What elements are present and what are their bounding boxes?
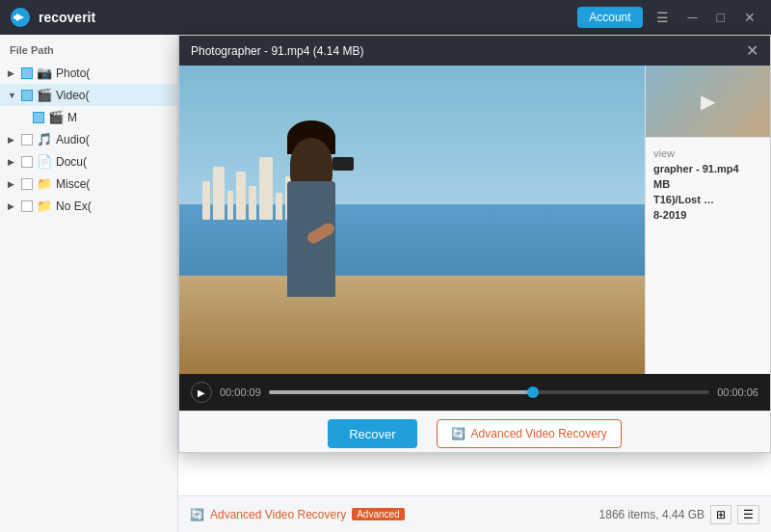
sidebar-label-audio: Audio( — [56, 133, 170, 146]
maximize-button[interactable]: □ — [711, 8, 731, 27]
checkbox-photos[interactable] — [21, 67, 33, 79]
sidebar: File Path ▶ 📷 Photo( ▼ 🎬 Video( 🎬 M ▶ 🎵 … — [0, 35, 178, 532]
scene-ground — [179, 276, 645, 374]
list-view-button[interactable]: ☰ — [737, 505, 759, 524]
advanced-video-label: Advanced Video Recovery — [210, 508, 346, 521]
info-name-value: grapher - 91.mp4 — [653, 163, 739, 174]
folder-icon: 📷 — [37, 66, 52, 80]
status-right: 1866 items, 4.44 GB ⊞ ☰ — [599, 505, 759, 524]
video-actions: Recover 🔄 Advanced Video Recovery — [179, 411, 770, 452]
sidebar-item-misc[interactable]: ▶ 📁 Misce( — [0, 173, 177, 195]
checkbox-misc[interactable] — [21, 178, 33, 190]
logo-icon — [10, 7, 31, 28]
arrow-icon-video: ▼ — [8, 91, 17, 100]
app-name: recoverit — [39, 10, 95, 25]
video-overlay-header: Photographer - 91.mp4 (4.14 MB) ✕ — [179, 36, 770, 66]
person-body — [287, 181, 335, 297]
close-button[interactable]: ✕ — [738, 8, 761, 27]
video-sidebar: ▶ view grapher - 91.mp4 MB T16) — [645, 66, 770, 374]
checkbox-docs[interactable] — [21, 156, 33, 168]
sidebar-item-noext[interactable]: ▶ 📁 No Ex( — [0, 195, 177, 217]
status-bar: 🔄 Advanced Video Recovery Advanced 1866 … — [178, 495, 771, 532]
recovery-icon: 🔄 — [190, 508, 204, 521]
info-size-value: MB — [653, 178, 670, 190]
video-placeholder — [179, 66, 645, 374]
progress-fill — [269, 390, 533, 394]
video-controls: ▶ 00:00:09 00:00:06 — [179, 374, 770, 411]
total-time: 00:00:06 — [717, 386, 758, 398]
thumbnail-play-icon: ▶ — [701, 90, 715, 113]
sidebar-item-videos[interactable]: ▼ 🎬 Video( — [0, 84, 177, 106]
scene-person — [273, 133, 350, 297]
video-info-row-path: T16)/Lost Location — [653, 192, 762, 207]
building-3 — [227, 191, 233, 220]
noext-icon: 📁 — [37, 199, 52, 213]
video-thumbnail[interactable]: ▶ — [646, 66, 770, 138]
play-button[interactable]: ▶ — [191, 382, 212, 403]
advanced-recover-button[interactable]: 🔄 Advanced Video Recovery — [437, 419, 622, 448]
building-4 — [236, 172, 246, 220]
checkbox-videos[interactable] — [21, 90, 33, 101]
video-info: view grapher - 91.mp4 MB T16)/Lost Locat… — [646, 138, 770, 230]
video-info-row-name: grapher - 91.mp4 — [653, 161, 762, 176]
video-info-row-date: 8-2019 — [653, 207, 762, 223]
sidebar-label-docs: Docu( — [56, 155, 170, 169]
audio-icon: 🎵 — [37, 132, 52, 146]
sidebar-label-videos: Video( — [56, 89, 170, 102]
building-1 — [202, 181, 210, 220]
svg-point-1 — [13, 15, 17, 19]
sidebar-label-noext: No Ex( — [56, 200, 170, 213]
camera — [332, 157, 354, 171]
video-sub-icon: 🎬 — [48, 110, 64, 124]
misc-icon: 📁 — [37, 176, 52, 191]
sidebar-item-photos[interactable]: ▶ 📷 Photo( — [0, 62, 177, 84]
progress-bar[interactable] — [269, 390, 709, 394]
checkbox-video-sub[interactable] — [33, 112, 44, 123]
sidebar-header: File Path — [0, 39, 177, 62]
grid-view-button[interactable]: ⊞ — [710, 505, 731, 524]
recover-button[interactable]: Recover — [328, 419, 416, 448]
sidebar-item-documents[interactable]: ▶ 📄 Docu( — [0, 150, 177, 173]
title-bar-right: Account ☰ ─ □ ✕ — [577, 7, 761, 28]
building-5 — [249, 186, 256, 220]
docs-icon: 📄 — [37, 154, 52, 169]
video-main: ▶ view grapher - 91.mp4 MB T16) — [179, 66, 770, 374]
arrow-icon-misc: ▶ — [8, 179, 17, 189]
adv-recover-label: Advanced Video Recovery — [471, 427, 607, 440]
current-time: 00:00:09 — [220, 386, 261, 398]
title-bar: recoverit Account ☰ ─ □ ✕ — [0, 0, 771, 35]
video-info-row-size: MB — [653, 176, 762, 192]
adv-recover-icon: 🔄 — [451, 427, 465, 440]
minimize-button[interactable]: ─ — [682, 8, 704, 27]
arrow-icon: ▶ — [8, 68, 17, 78]
checkbox-audio[interactable] — [21, 134, 33, 146]
arrow-icon-noext: ▶ — [8, 201, 17, 211]
items-count: 1866 items, 4.44 GB — [599, 508, 705, 521]
sidebar-label-misc: Misce( — [56, 177, 170, 191]
sidebar-item-video-sub[interactable]: 🎬 M — [0, 106, 177, 128]
menu-button[interactable]: ☰ — [651, 8, 675, 27]
arrow-icon-audio: ▶ — [8, 135, 17, 145]
content-area: ▼ Name Size Type Date Modified 🎬 VIDEO.m… — [178, 35, 771, 532]
video-close-button[interactable]: ✕ — [746, 41, 758, 60]
info-path-value: T16)/Lost Location — [653, 194, 716, 205]
title-bar-left: recoverit — [10, 7, 95, 28]
building-2 — [213, 167, 225, 220]
main-layout: File Path ▶ 📷 Photo( ▼ 🎬 Video( 🎬 M ▶ 🎵 … — [0, 35, 771, 532]
video-title: Photographer - 91.mp4 (4.14 MB) — [191, 44, 363, 58]
preview-label: view — [653, 147, 675, 159]
person-arm — [306, 221, 336, 245]
building-6 — [259, 157, 273, 220]
advanced-video-recovery-link[interactable]: 🔄 Advanced Video Recovery Advanced — [190, 508, 405, 521]
sidebar-label-video-sub: M — [67, 111, 170, 124]
video-preview-overlay: Photographer - 91.mp4 (4.14 MB) ✕ — [178, 35, 771, 453]
arrow-icon-docs: ▶ — [8, 157, 17, 167]
sidebar-label-photos: Photo( — [56, 66, 170, 80]
account-button[interactable]: Account — [577, 7, 642, 28]
info-date-value: 8-2019 — [653, 209, 686, 221]
advanced-badge: Advanced — [352, 508, 404, 520]
sidebar-item-audio[interactable]: ▶ 🎵 Audio( — [0, 128, 177, 150]
checkbox-noext[interactable] — [21, 200, 33, 212]
progress-thumb[interactable] — [527, 386, 539, 398]
video-frame — [179, 66, 645, 374]
